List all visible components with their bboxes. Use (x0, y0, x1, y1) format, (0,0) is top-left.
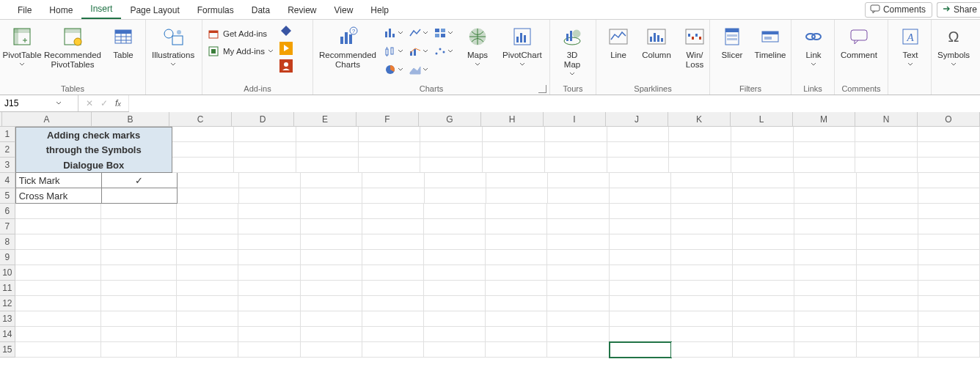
cell-B11[interactable] (101, 281, 177, 296)
col-header-I[interactable]: I (544, 112, 606, 127)
cell-I3[interactable] (545, 158, 607, 173)
cell-M8[interactable] (794, 234, 856, 250)
symbols-button[interactable]: Ω Symbols (936, 23, 971, 67)
bing-icon[interactable] (279, 42, 293, 57)
cell-N11[interactable] (857, 281, 918, 296)
cell-M11[interactable] (794, 281, 856, 296)
cell-A7[interactable] (15, 219, 101, 234)
cell-C7[interactable] (177, 219, 238, 234)
col-header-D[interactable]: D (232, 112, 294, 127)
tab-pagelayout[interactable]: Page Layout (121, 2, 188, 19)
cell-E9[interactable] (301, 250, 362, 265)
tab-view[interactable]: View (326, 2, 362, 19)
timeline-button[interactable]: Timeline (753, 23, 788, 60)
cell-L1[interactable] (731, 127, 794, 142)
formula-input[interactable] (129, 95, 980, 113)
row-header-13[interactable]: 13 (0, 311, 15, 327)
cell-C9[interactable] (177, 250, 238, 265)
cell-G13[interactable] (424, 311, 486, 327)
cell-E10[interactable] (301, 265, 362, 281)
cell-M1[interactable] (794, 127, 856, 142)
cell-E14[interactable] (301, 327, 362, 342)
row-header-15[interactable]: 15 (0, 342, 15, 358)
cell-N3[interactable] (855, 158, 918, 173)
cell-C14[interactable] (177, 327, 238, 342)
cell-O15[interactable] (918, 342, 980, 358)
row-header-7[interactable]: 7 (0, 219, 15, 234)
cell-E8[interactable] (301, 234, 362, 250)
cell-A8[interactable] (15, 234, 101, 250)
cell-E1[interactable] (296, 127, 359, 142)
col-header-A[interactable]: A (2, 112, 92, 127)
cell-F6[interactable] (362, 204, 424, 219)
cell-B10[interactable] (101, 265, 177, 281)
cell-D9[interactable] (238, 250, 300, 265)
cell-A6[interactable] (15, 204, 101, 219)
cell-B5[interactable] (102, 188, 178, 204)
cell-G8[interactable] (424, 234, 486, 250)
cell-O4[interactable] (918, 173, 980, 188)
cell-A9[interactable] (15, 250, 101, 265)
cell-D12[interactable] (238, 296, 300, 311)
visio-icon[interactable] (279, 24, 293, 40)
row-header-5[interactable]: 5 (0, 188, 15, 204)
cell-C5[interactable] (178, 188, 239, 204)
cell-A12[interactable] (15, 296, 101, 311)
cell-G4[interactable] (425, 173, 486, 188)
cell-K4[interactable] (671, 173, 733, 188)
cell-G11[interactable] (424, 281, 486, 296)
cell-J11[interactable] (610, 281, 671, 296)
cell-O6[interactable] (918, 204, 980, 219)
row-header-12[interactable]: 12 (0, 296, 15, 311)
cell-F9[interactable] (362, 250, 424, 265)
col-header-L[interactable]: L (731, 112, 793, 127)
cell-J10[interactable] (610, 265, 671, 281)
cell-G3[interactable] (420, 158, 483, 173)
row-header-3[interactable]: 3 (0, 158, 15, 173)
cell-N9[interactable] (857, 250, 918, 265)
comments-button[interactable]: Comments (865, 2, 932, 18)
link-button[interactable]: Link (796, 23, 831, 67)
cell-L15[interactable] (733, 342, 794, 358)
cell-H7[interactable] (486, 219, 547, 234)
cell-L4[interactable] (733, 173, 794, 188)
cell-I14[interactable] (547, 327, 609, 342)
cell-D2[interactable] (234, 142, 296, 158)
cell-M9[interactable] (794, 250, 856, 265)
line-chart-button[interactable] (409, 24, 429, 42)
my-addins-button[interactable]: My Add-ins (207, 45, 274, 58)
sparkline-line-button[interactable]: Line (601, 23, 636, 60)
cell-C1[interactable] (172, 127, 235, 142)
tab-home[interactable]: Home (40, 2, 81, 19)
cell-F7[interactable] (362, 219, 424, 234)
hierarchy-chart-button[interactable] (434, 24, 454, 42)
col-header-H[interactable]: H (481, 112, 544, 127)
cell-B8[interactable] (101, 234, 177, 250)
cell-B9[interactable] (101, 250, 177, 265)
cell-F1[interactable] (359, 127, 421, 142)
cell-A10[interactable] (15, 265, 101, 281)
maps-button[interactable]: Maps (460, 23, 495, 67)
row-header-9[interactable]: 9 (0, 250, 15, 265)
cell-J14[interactable] (610, 327, 671, 342)
cell-J7[interactable] (610, 219, 671, 234)
cell-M6[interactable] (794, 204, 856, 219)
charts-launcher-icon[interactable] (538, 85, 546, 93)
tab-file[interactable]: File (9, 2, 40, 19)
cell-C6[interactable] (177, 204, 238, 219)
col-header-B[interactable]: B (92, 112, 169, 127)
cell-K15[interactable] (671, 342, 733, 358)
cell-O5[interactable] (918, 188, 980, 204)
chevron-down-icon[interactable] (56, 100, 62, 106)
cell-G9[interactable] (424, 250, 486, 265)
surface-chart-button[interactable] (409, 61, 429, 78)
cell-A2[interactable]: through the Symbols (15, 142, 172, 158)
cell-I1[interactable] (545, 127, 607, 142)
cell-N1[interactable] (855, 127, 918, 142)
cell-F5[interactable] (362, 188, 424, 204)
cell-C13[interactable] (177, 311, 238, 327)
waterfall-chart-button[interactable] (434, 61, 448, 78)
cell-N7[interactable] (857, 219, 918, 234)
cell-I11[interactable] (547, 281, 609, 296)
cell-L2[interactable] (731, 142, 794, 158)
